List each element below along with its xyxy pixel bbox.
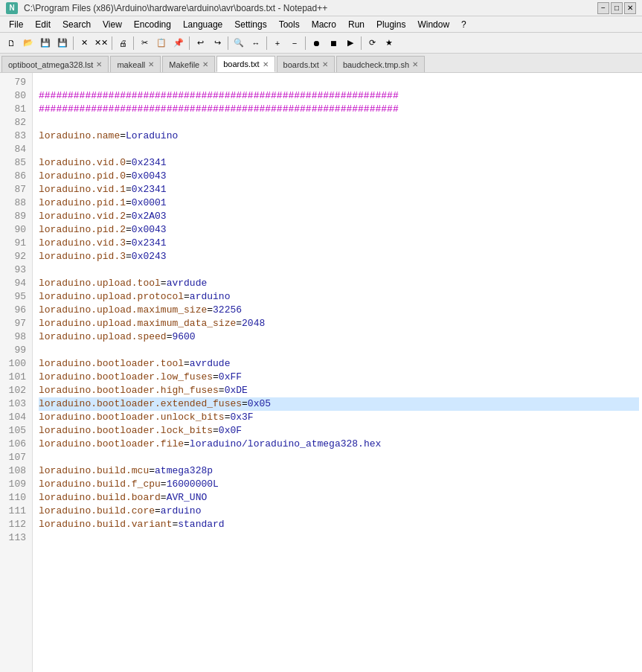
code-line-93 [39,263,639,277]
toolbar-zoom-out[interactable]: − [286,35,303,51]
code-line-92: loraduino.pid.3=0x0243 [39,250,639,263]
toolbar-sep6 [266,36,267,50]
toolbar-sep2 [112,36,112,50]
maximize-button[interactable]: □ [611,2,623,14]
tab-optiboot-label: optiboot_atmega328.lst [8,60,93,69]
code-line-113 [39,531,639,545]
toolbar-cut[interactable]: ✂ [136,35,153,51]
code-line-83: loraduino.name=Loraduino [39,129,639,143]
code-line-88: loraduino.pid.1=0x0001 [39,196,639,210]
tab-makeall-label: makeall [117,60,145,69]
window-title: C:\Program Files (x86)\Arduino\hardware\… [24,3,591,13]
toolbar-print[interactable]: 🖨 [115,35,131,51]
line-num-100: 100 [3,357,26,371]
toolbar-closeall[interactable]: ✕✕ [93,35,109,51]
code-line-85: loraduino.vid.0=0x2341 [39,156,639,170]
menu-run[interactable]: Run [342,18,370,31]
menu-view[interactable]: View [97,18,128,31]
line-num-88: 88 [3,196,26,210]
line-num-102: 102 [3,384,26,397]
code-line-102: loraduino.bootloader.high_fuses=0xDE [39,384,639,397]
toolbar-macro[interactable]: ⏺ [308,35,324,51]
code-line-80: ########################################… [39,89,639,103]
toolbar-replace[interactable]: ↔ [248,35,264,51]
toolbar-sync[interactable]: ⟳ [364,35,380,51]
menu-file[interactable]: File [3,18,29,31]
tab-makefile[interactable]: Makefile ✕ [162,56,215,72]
tab-makefile-close[interactable]: ✕ [202,60,208,68]
toolbar-save[interactable]: 💾 [37,35,54,51]
menu-search[interactable]: Search [57,18,97,31]
code-line-97: loraduino.upload.maximum_data_size=2048 [39,317,639,330]
menu-help[interactable]: ? [455,18,472,31]
toolbar-find[interactable]: 🔍 [231,35,247,51]
line-num-111: 111 [3,505,26,518]
code-line-111: loraduino.build.core=arduino [39,505,639,518]
toolbar-new[interactable]: 🗋 [3,35,19,51]
minimize-button[interactable]: − [597,2,609,14]
tab-boards2-close[interactable]: ✕ [322,60,328,68]
menu-edit[interactable]: Edit [29,18,57,31]
toolbar-highlight[interactable]: ★ [381,35,397,51]
menu-plugins[interactable]: Plugins [370,18,411,31]
line-num-85: 85 [3,156,26,170]
tab-baudcheck-close[interactable]: ✕ [412,60,418,68]
tab-boards-active-close[interactable]: ✕ [263,60,269,68]
code-line-103: loraduino.bootloader.extended_fuses=0x05 [39,397,639,411]
code-line-107 [39,451,639,464]
toolbar-sep1 [73,36,74,50]
toolbar-redo[interactable]: ↪ [209,35,225,51]
line-num-81: 81 [3,103,26,116]
line-num-108: 108 [3,464,26,478]
tab-optiboot-close[interactable]: ✕ [96,60,102,68]
toolbar-zoom-in[interactable]: + [269,35,286,51]
toolbar-undo[interactable]: ↩ [192,35,208,51]
line-num-97: 97 [3,317,26,330]
toolbar-sep7 [305,36,306,50]
line-num-79: 79 [3,76,26,89]
line-num-82: 82 [3,116,26,129]
toolbar-open[interactable]: 📂 [20,35,36,51]
toolbar-macro-stop[interactable]: ⏹ [325,35,341,51]
line-num-105: 105 [3,424,26,438]
code-line-104: loraduino.bootloader.unlock_bits=0x3F [39,411,639,424]
toolbar-sep5 [228,36,228,50]
menu-macro[interactable]: Macro [306,18,342,31]
toolbar-copy[interactable]: 📋 [153,35,170,51]
tab-boards-active-label: boards.txt [223,60,259,68]
code-line-108: loraduino.build.mcu=atmega328p [39,464,639,478]
menu-tools[interactable]: Tools [273,18,306,31]
tab-boards2-label: boards.txt [283,60,319,69]
line-num-106: 106 [3,438,26,451]
line-num-93: 93 [3,263,26,277]
tab-makeall-close[interactable]: ✕ [148,60,154,68]
close-button[interactable]: ✕ [624,2,636,14]
line-num-112: 112 [3,518,26,531]
line-num-101: 101 [3,371,26,384]
code-line-87: loraduino.vid.1=0x2341 [39,183,639,196]
menu-settings[interactable]: Settings [228,18,272,31]
line-num-87: 87 [3,183,26,196]
toolbar-saveall[interactable]: 💾 [54,35,71,51]
code-line-98: loraduino.upload.speed=9600 [39,330,639,344]
code-line-90: loraduino.pid.2=0x0043 [39,223,639,237]
tab-optiboot[interactable]: optiboot_atmega328.lst ✕ [1,56,109,72]
code-line-81: ########################################… [39,103,639,116]
code-area[interactable]: ########################################… [33,73,642,672]
menu-window[interactable]: Window [411,18,455,31]
tab-baudcheck[interactable]: baudcheck.tmp.sh ✕ [336,56,425,72]
menu-encoding[interactable]: Encoding [128,18,177,31]
line-num-96: 96 [3,304,26,317]
menu-bar: File Edit Search View Encoding Language … [0,16,642,33]
toolbar-macro-play[interactable]: ▶ [342,35,359,51]
code-line-84 [39,143,639,156]
tab-makeall[interactable]: makeall ✕ [110,56,161,72]
tab-boards2[interactable]: boards.txt ✕ [277,56,335,72]
code-line-105: loraduino.bootloader.lock_bits=0x0F [39,424,639,438]
menu-language[interactable]: Language [177,18,228,31]
toolbar-paste[interactable]: 📌 [170,35,187,51]
line-numbers: 7980818283848586878889909192939495969798… [0,73,33,672]
code-line-86: loraduino.pid.0=0x0043 [39,170,639,183]
toolbar-close[interactable]: ✕ [76,35,92,51]
tab-boards-active[interactable]: boards.txt ✕ [216,56,275,72]
